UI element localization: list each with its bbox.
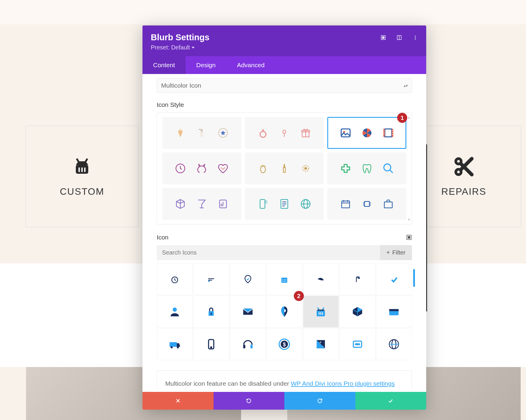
svg-rect-29 [384, 134, 384, 135]
icon-style-option[interactable] [327, 188, 406, 220]
preset-dropdown[interactable]: Preset: Default [151, 44, 195, 51]
modal-body: ▴▾ Icon Style 1 [142, 74, 426, 389]
icon-option[interactable] [376, 296, 412, 328]
svg-text:-: - [323, 344, 324, 349]
svg-rect-86 [243, 345, 245, 348]
aperture-icon [360, 126, 374, 140]
cocktail-icon [195, 197, 209, 211]
scrollbar[interactable]: ▴ ▾ [408, 116, 410, 221]
svg-point-42 [264, 200, 267, 203]
svg-rect-76 [319, 312, 320, 315]
icon-option[interactable] [157, 296, 193, 328]
svg-rect-56 [384, 202, 392, 208]
icon-option[interactable] [230, 328, 266, 360]
search-icons-input[interactable] [157, 245, 380, 260]
icon-option[interactable] [376, 263, 412, 295]
icon-option[interactable] [157, 263, 193, 295]
scroll-up-icon[interactable]: ▴ [408, 116, 410, 119]
icon-option-selected[interactable] [303, 296, 339, 328]
expand-icon[interactable] [380, 34, 387, 41]
medical-cross-icon [339, 161, 353, 176]
icon-option[interactable]: +- [303, 328, 339, 360]
diamond-icon [173, 126, 187, 140]
icon-grid: 2 $ +- [157, 263, 412, 360]
flower-icon [277, 126, 291, 140]
icon-option[interactable] [376, 328, 412, 360]
card-custom[interactable]: CUSTOM [25, 125, 139, 227]
icon-type-select[interactable] [157, 78, 412, 93]
icon-option[interactable] [193, 328, 229, 360]
svg-point-64 [283, 279, 283, 280]
basket-icon [71, 156, 93, 177]
tab-advanced[interactable]: Advanced [226, 56, 275, 74]
gift-icon [299, 126, 313, 140]
icon-label: Icon [157, 234, 169, 241]
svg-rect-73 [211, 313, 212, 315]
icon-option[interactable] [303, 263, 339, 295]
icon-option[interactable]: $ [266, 328, 302, 360]
card-repairs-label: REPAIRS [441, 186, 486, 197]
save-button[interactable] [355, 392, 426, 410]
icon-option[interactable] [230, 296, 266, 328]
icon-option[interactable] [339, 263, 375, 295]
expand-section-icon[interactable] [406, 234, 412, 240]
star-badge-icon [216, 126, 230, 140]
svg-rect-87 [250, 345, 252, 348]
card-custom-label: CUSTOM [60, 186, 104, 197]
svg-rect-13 [200, 132, 203, 137]
icon-style-picker: 1 [157, 112, 412, 224]
columns-icon[interactable] [396, 34, 402, 41]
icon-style-label: Icon Style [157, 101, 412, 108]
icon-style-option[interactable] [162, 152, 241, 184]
icon-style-option[interactable] [162, 188, 241, 220]
ring-icon [256, 126, 270, 140]
undo-button[interactable] [214, 392, 285, 410]
modal-title: Blurb Settings [151, 33, 418, 42]
icon-style-option[interactable] [245, 188, 324, 220]
calendar-icon [339, 197, 353, 211]
cancel-button[interactable] [142, 392, 214, 410]
info-box: Multicolor icon feature can be disabled … [157, 370, 412, 389]
svg-text:+: + [319, 340, 322, 345]
tab-content[interactable]: Content [142, 56, 186, 74]
svg-point-69 [286, 281, 286, 282]
svg-rect-32 [392, 134, 393, 135]
svg-point-11 [415, 37, 416, 38]
svg-point-34 [261, 166, 266, 173]
image-icon [339, 126, 353, 140]
icon-option[interactable] [339, 296, 375, 328]
icon-grid-scrollbar[interactable] [413, 269, 415, 287]
icon-option[interactable]: 2 [266, 296, 302, 328]
heart-leaf-icon [216, 161, 230, 176]
document-check-icon [277, 197, 291, 211]
redo-button[interactable] [284, 392, 355, 410]
phone-gear-icon [256, 197, 270, 211]
svg-rect-81 [169, 342, 177, 347]
film-icon [381, 126, 395, 140]
icon-style-option[interactable] [162, 117, 241, 149]
icon-option[interactable] [193, 296, 229, 328]
svg-point-71 [173, 308, 177, 312]
settings-modal: Blurb Settings Preset: Default Content D… [142, 25, 426, 410]
filter-button[interactable]: + Filter [380, 245, 412, 260]
svg-point-38 [384, 164, 391, 171]
icon-option[interactable] [157, 328, 193, 360]
icon-option[interactable] [193, 263, 229, 295]
svg-point-67 [283, 281, 283, 282]
tab-design[interactable]: Design [186, 56, 226, 74]
svg-rect-31 [392, 132, 393, 133]
icon-option[interactable] [339, 328, 375, 360]
svg-rect-27 [384, 130, 384, 131]
icon-style-option[interactable] [245, 117, 324, 149]
scroll-down-icon[interactable]: ▾ [408, 218, 410, 221]
svg-point-16 [260, 131, 266, 137]
icon-style-option[interactable] [245, 152, 324, 184]
more-icon[interactable] [412, 34, 418, 41]
icon-option[interactable] [230, 263, 266, 295]
icon-style-option-selected[interactable]: 1 [327, 117, 406, 149]
annotation-badge-1: 1 [397, 113, 407, 123]
icon-style-option[interactable] [327, 152, 406, 184]
icon-option[interactable] [266, 263, 302, 295]
music-book-icon [216, 197, 230, 211]
svg-rect-78 [322, 312, 323, 315]
